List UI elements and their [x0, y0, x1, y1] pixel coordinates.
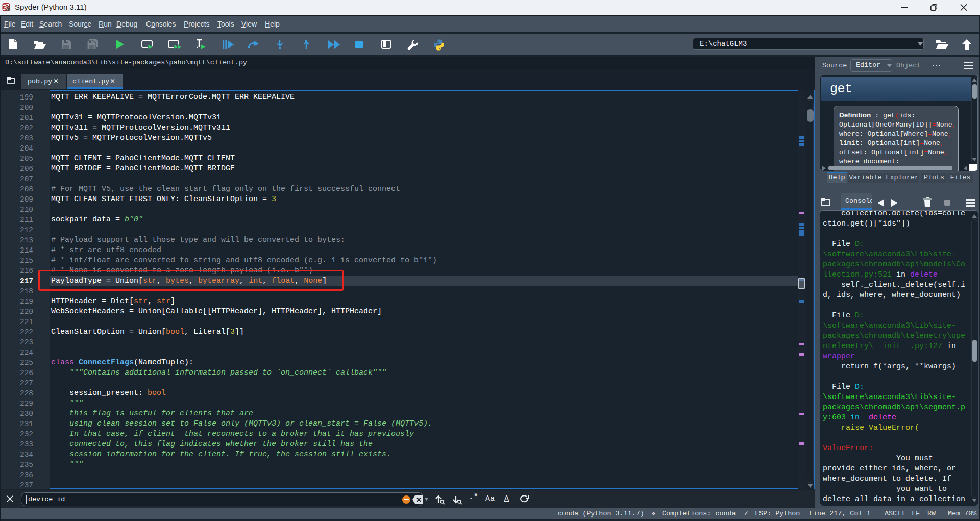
svg-text:S: S: [6, 5, 10, 11]
